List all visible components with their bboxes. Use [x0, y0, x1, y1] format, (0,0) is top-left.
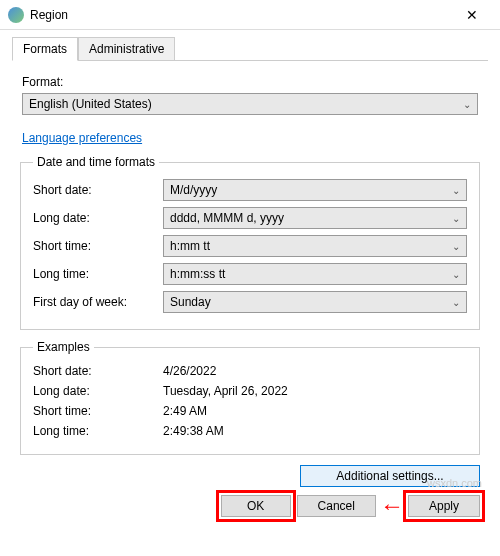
ex-short-date-value: 4/26/2022: [163, 364, 216, 378]
first-day-label: First day of week:: [33, 295, 163, 309]
long-time-label: Long time:: [33, 267, 163, 281]
format-label: Format:: [22, 75, 478, 89]
long-date-label: Long date:: [33, 211, 163, 225]
first-day-select[interactable]: Sunday⌄: [163, 291, 467, 313]
format-select-value: English (United States): [29, 97, 152, 111]
chevron-down-icon: ⌄: [452, 297, 460, 308]
ok-button[interactable]: OK: [221, 495, 291, 517]
long-date-select[interactable]: dddd, MMMM d, yyyy⌄: [163, 207, 467, 229]
watermark: wsxdn.com: [427, 477, 482, 489]
group-examples: Examples Short date:4/26/2022 Long date:…: [20, 340, 480, 455]
short-time-label: Short time:: [33, 239, 163, 253]
ex-long-time-label: Long time:: [33, 424, 163, 438]
region-icon: [8, 7, 24, 23]
chevron-down-icon: ⌄: [452, 241, 460, 252]
chevron-down-icon: ⌄: [452, 185, 460, 196]
close-button[interactable]: ✕: [452, 1, 492, 29]
ex-short-time-label: Short time:: [33, 404, 163, 418]
tab-strip: Formats Administrative: [12, 36, 488, 61]
chevron-down-icon: ⌄: [452, 213, 460, 224]
chevron-down-icon: ⌄: [452, 269, 460, 280]
group-datetime-formats: Date and time formats Short date: M/d/yy…: [20, 155, 480, 330]
ex-short-time-value: 2:49 AM: [163, 404, 207, 418]
language-preferences-link[interactable]: Language preferences: [22, 131, 142, 145]
group-examples-legend: Examples: [33, 340, 94, 354]
cancel-button[interactable]: Cancel: [297, 495, 376, 517]
tab-formats[interactable]: Formats: [12, 37, 78, 61]
dialog-content: Formats Administrative Format: English (…: [0, 30, 500, 533]
format-select[interactable]: English (United States) ⌄: [22, 93, 478, 115]
ex-long-time-value: 2:49:38 AM: [163, 424, 224, 438]
short-date-select[interactable]: M/d/yyyy⌄: [163, 179, 467, 201]
titlebar: Region ✕: [0, 0, 500, 30]
short-date-label: Short date:: [33, 183, 163, 197]
arrow-icon: ←: [380, 495, 404, 517]
apply-button[interactable]: Apply: [408, 495, 480, 517]
ex-long-date-value: Tuesday, April 26, 2022: [163, 384, 288, 398]
chevron-down-icon: ⌄: [463, 99, 471, 110]
ex-long-date-label: Long date:: [33, 384, 163, 398]
window-title: Region: [30, 8, 452, 22]
ex-short-date-label: Short date:: [33, 364, 163, 378]
tab-administrative[interactable]: Administrative: [78, 37, 175, 61]
long-time-select[interactable]: h:mm:ss tt⌄: [163, 263, 467, 285]
group-datetime-legend: Date and time formats: [33, 155, 159, 169]
short-time-select[interactable]: h:mm tt⌄: [163, 235, 467, 257]
